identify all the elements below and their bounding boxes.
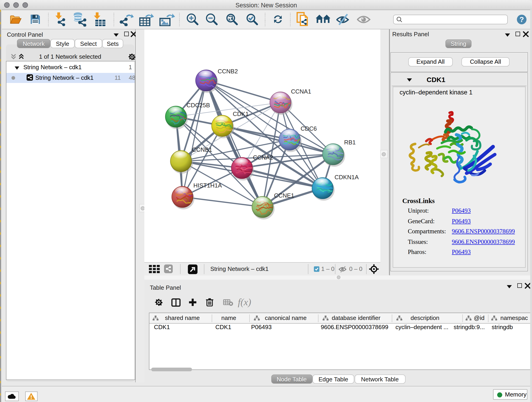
svg-text:CCNA1: CCNA1 xyxy=(291,88,311,95)
svg-text:HIST1H1A: HIST1H1A xyxy=(193,182,222,189)
svg-text:CDKN1A: CDKN1A xyxy=(335,174,359,181)
svg-text:CCNA2: CCNA2 xyxy=(253,154,273,161)
svg-text:CCNB1: CCNB1 xyxy=(192,146,212,153)
svg-text:CCNE1: CCNE1 xyxy=(274,192,294,199)
svg-text:CCNB2: CCNB2 xyxy=(218,68,238,75)
svg-text:CDC25B: CDC25B xyxy=(186,102,210,109)
svg-text:CDC6: CDC6 xyxy=(301,125,317,132)
svg-text:RB1: RB1 xyxy=(344,139,356,146)
svg-text:CDK1: CDK1 xyxy=(233,110,249,117)
